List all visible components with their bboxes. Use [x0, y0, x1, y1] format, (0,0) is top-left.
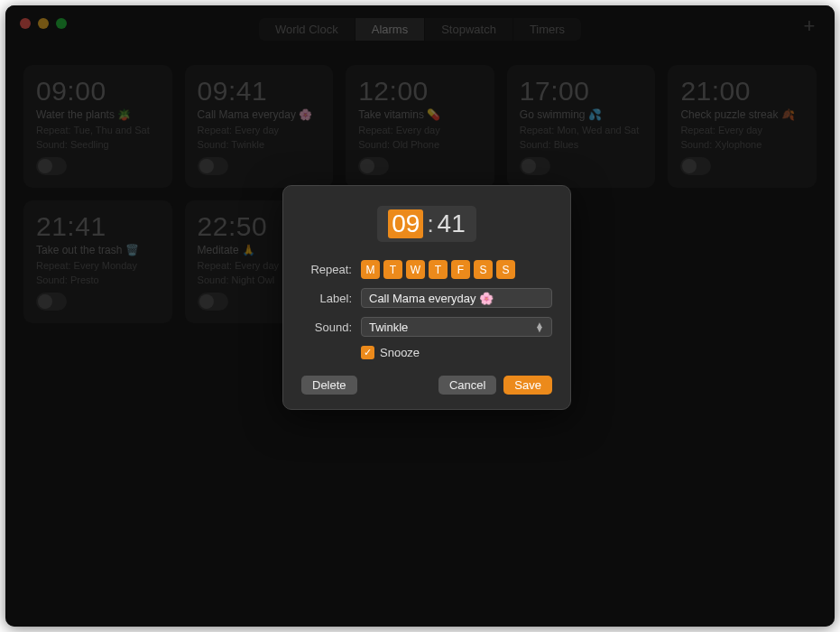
save-button[interactable]: Save: [503, 376, 552, 395]
sound-label: Sound:: [301, 321, 361, 334]
delete-button[interactable]: Delete: [301, 376, 357, 395]
time-picker[interactable]: 09 : 41: [377, 206, 476, 242]
label-label: Label:: [301, 292, 361, 305]
day-thu[interactable]: T: [429, 260, 448, 279]
day-mon[interactable]: M: [361, 260, 380, 279]
time-minutes[interactable]: 41: [438, 209, 466, 238]
snooze-checkbox[interactable]: ✓: [361, 346, 374, 359]
label-input[interactable]: [361, 288, 552, 308]
day-tue[interactable]: T: [383, 260, 402, 279]
day-sat[interactable]: S: [474, 260, 493, 279]
time-hours[interactable]: 09: [388, 209, 423, 238]
repeat-days: M T W T F S S: [361, 260, 515, 279]
cancel-button[interactable]: Cancel: [438, 376, 496, 395]
snooze-label: Snooze: [380, 346, 420, 359]
day-wed[interactable]: W: [406, 260, 425, 279]
edit-alarm-dialog: 09 : 41 Repeat: M T W T F S S Label: Sou…: [282, 185, 571, 410]
app-window: World Clock Alarms Stopwatch Timers + 09…: [5, 5, 835, 627]
day-sun[interactable]: S: [496, 260, 515, 279]
dialog-buttons: Delete Cancel Save: [301, 376, 552, 395]
sound-row: Sound: Twinkle ▲▼: [301, 317, 552, 337]
sound-select[interactable]: Twinkle ▲▼: [361, 317, 552, 337]
sound-value: Twinkle: [369, 321, 408, 334]
time-colon: :: [427, 210, 433, 238]
day-fri[interactable]: F: [451, 260, 470, 279]
snooze-row: ✓ Snooze: [361, 346, 552, 359]
label-row: Label:: [301, 288, 552, 308]
chevron-updown-icon: ▲▼: [535, 322, 544, 331]
repeat-label: Repeat:: [301, 263, 361, 276]
repeat-row: Repeat: M T W T F S S: [301, 260, 552, 279]
